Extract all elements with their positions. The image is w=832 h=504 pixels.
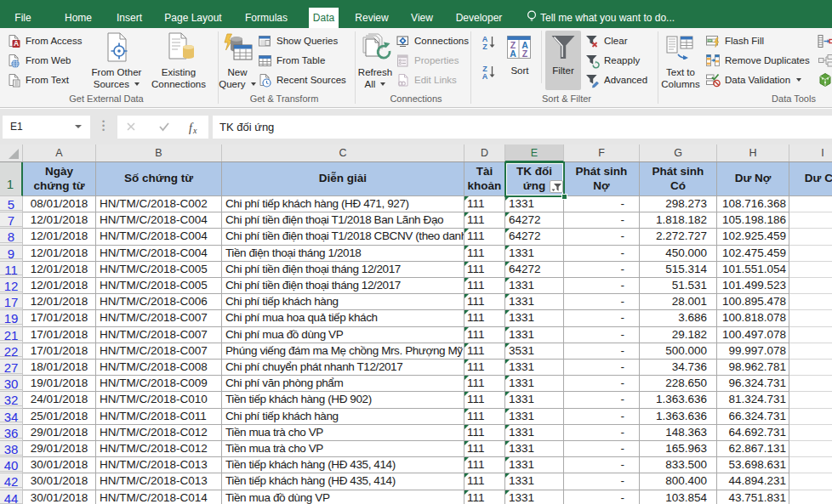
- svg-text:A: A: [14, 39, 19, 48]
- svg-text:Z: Z: [522, 48, 528, 59]
- svg-text:Z: Z: [482, 65, 487, 73]
- svg-text:x: x: [192, 126, 197, 135]
- svg-text:A: A: [482, 35, 488, 43]
- svg-text:A: A: [482, 72, 488, 81]
- svg-text:Z: Z: [482, 42, 487, 51]
- svg-text:A: A: [510, 48, 516, 59]
